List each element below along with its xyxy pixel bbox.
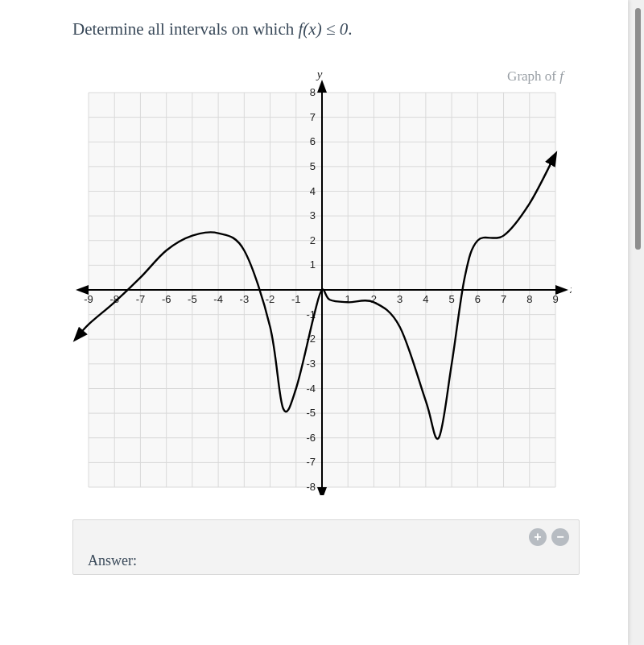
svg-text:1: 1 [345,293,351,305]
svg-text:-5: -5 [188,293,197,305]
svg-text:-8: -8 [306,481,316,493]
remove-interval-button[interactable]: − [551,528,569,546]
svg-text:1: 1 [310,258,316,271]
svg-text:x: x [569,283,572,296]
svg-text:3: 3 [397,293,402,305]
question-text: Determine all intervals on which f(x) ≤ … [72,19,580,39]
page-card: Determine all intervals on which f(x) ≤ … [0,0,628,645]
svg-text:8: 8 [526,293,532,305]
plus-minus-controls: + − [529,528,569,546]
svg-text:8: 8 [310,86,316,98]
svg-text:4: 4 [423,293,428,305]
question-prefix: Determine all intervals on which [72,19,299,39]
graph-svg: -9-8-7-6-5-4-3-2-1123456789-8-7-6-5-4-3-… [72,68,572,495]
svg-text:y: y [316,68,323,81]
svg-text:-4: -4 [213,293,223,305]
svg-text:-9: -9 [84,293,93,305]
question-math: f(x) ≤ 0 [299,19,349,39]
svg-text:5: 5 [310,160,316,172]
svg-text:-7: -7 [136,293,146,305]
svg-text:-4: -4 [306,382,316,395]
svg-text:-3: -3 [240,293,250,305]
chart: Graph of f -9-8-7-6-5-4-3-2-1123456789-8… [72,68,572,495]
svg-text:-6: -6 [162,293,171,305]
svg-text:-3: -3 [306,358,316,370]
svg-text:-5: -5 [306,407,316,419]
svg-text:7: 7 [310,111,316,123]
svg-text:4: 4 [310,185,316,197]
svg-text:7: 7 [501,293,506,305]
svg-text:-7: -7 [306,456,316,468]
svg-text:-1: -1 [291,293,301,305]
svg-text:5: 5 [448,293,454,305]
question-suffix: . [348,19,352,39]
svg-text:-2: -2 [266,293,275,305]
svg-text:2: 2 [310,234,316,246]
graph-label: Graph of f [507,68,564,85]
svg-text:-6: -6 [306,432,316,444]
svg-text:3: 3 [310,209,316,221]
svg-text:6: 6 [475,293,481,305]
svg-text:6: 6 [310,135,316,147]
answer-label: Answer: [88,552,564,569]
answer-box[interactable]: + − Answer: [72,519,580,575]
vertical-scrollbar[interactable] [635,8,641,250]
add-interval-button[interactable]: + [529,528,547,546]
svg-text:9: 9 [552,293,558,305]
